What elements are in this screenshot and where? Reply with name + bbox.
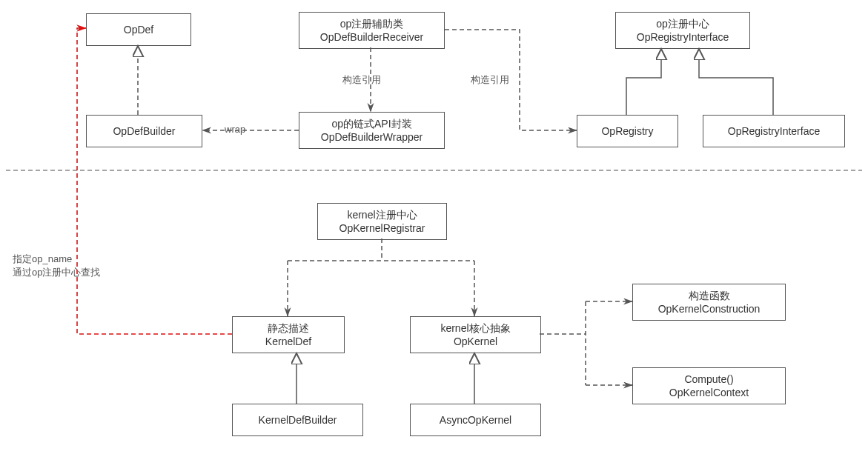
note-opname: 指定op_name 通过op注册中心查找	[13, 253, 100, 278]
node-registrycenter-l2: OpRegistryInterface	[637, 30, 729, 44]
node-wrapper-l2: OpDefBuilderWrapper	[321, 130, 423, 144]
node-opdefbuilder: OpDefBuilder	[86, 115, 202, 147]
node-opregistryif-text: OpRegistryInterface	[728, 124, 821, 138]
node-wrapper: op的链式API封装 OpDefBuilderWrapper	[299, 112, 445, 149]
edge-opregistryif-to-center	[699, 49, 773, 115]
node-receiver-l2: OpDefBuilderReceiver	[320, 30, 423, 44]
node-opregistry-text: OpRegistry	[601, 124, 653, 138]
node-opkernel: kernel核心抽象 OpKernel	[410, 316, 541, 353]
node-kreg-l1: kernel注册中心	[347, 208, 417, 221]
node-opdef: OpDef	[86, 13, 191, 46]
node-registrycenter: op注册中心 OpRegistryInterface	[615, 12, 750, 49]
edge-kdef-to-opdef	[77, 28, 232, 334]
node-kdef-l1: 静态描述	[268, 321, 309, 335]
node-cons-l2: OpKernelConstruction	[658, 302, 761, 316]
node-opregistryif: OpRegistryInterface	[703, 115, 845, 147]
node-kreg-l2: OpKernelRegistrar	[339, 221, 425, 235]
node-opkernel-l1: kernel核心抽象	[440, 321, 510, 335]
node-receiver: op注册辅助类 OpDefBuilderReceiver	[299, 12, 445, 49]
edge-opregistry-to-center	[626, 49, 661, 115]
label-gref1: 构造引用	[342, 73, 381, 87]
node-kdefb: KernelDefBuilder	[232, 404, 363, 436]
node-cons-l1: 构造函数	[689, 289, 730, 302]
node-kreg: kernel注册中心 OpKernelRegistrar	[317, 203, 447, 240]
node-kdef-l2: KernelDef	[265, 335, 311, 348]
node-cons: 构造函数 OpKernelConstruction	[632, 284, 786, 321]
label-wrap: wrap	[225, 124, 245, 135]
node-opregistry: OpRegistry	[577, 115, 678, 147]
node-opkernel-l2: OpKernel	[454, 335, 497, 348]
node-wrapper-l1: op的链式API封装	[331, 117, 411, 130]
node-ctx: Compute() OpKernelContext	[632, 367, 786, 404]
node-ctx-l1: Compute()	[684, 373, 733, 386]
node-receiver-l1: op注册辅助类	[340, 17, 404, 30]
node-opdef-text: OpDef	[124, 23, 153, 36]
edge-receiver-to-opregistry	[445, 30, 577, 130]
node-kdefb-text: KernelDefBuilder	[259, 413, 337, 427]
node-registrycenter-l1: op注册中心	[656, 17, 709, 30]
node-kdef: 静态描述 KernelDef	[232, 316, 345, 353]
note-opname-l2: 通过op注册中心查找	[13, 266, 100, 279]
note-opname-l1: 指定op_name	[13, 253, 100, 266]
diagram-canvas: OpDef OpDefBuilder op注册辅助类 OpDefBuilderR…	[0, 0, 868, 454]
node-asynck: AsyncOpKernel	[410, 404, 541, 436]
label-gref2: 构造引用	[471, 73, 509, 87]
node-ctx-l2: OpKernelContext	[669, 386, 749, 399]
node-opdefbuilder-text: OpDefBuilder	[113, 124, 175, 138]
node-asynck-text: AsyncOpKernel	[440, 413, 511, 427]
